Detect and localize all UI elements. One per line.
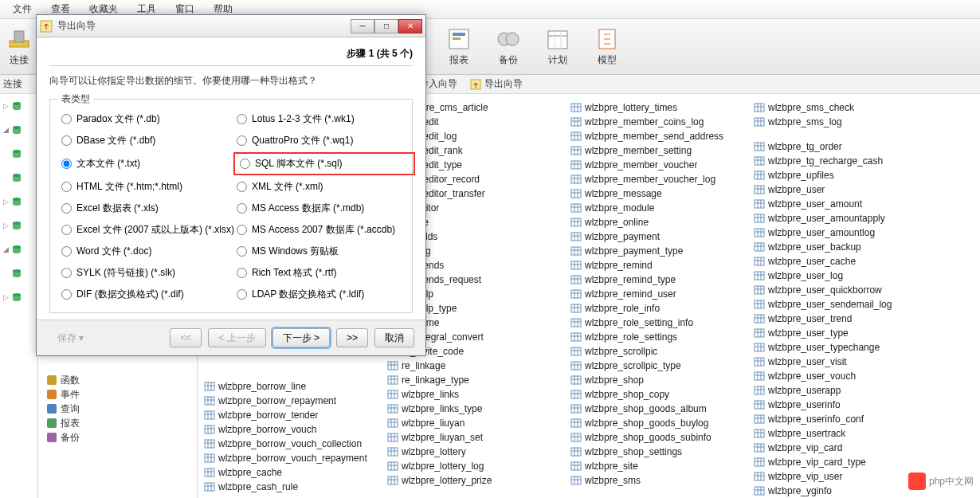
table-row[interactable]: wlzbpre_role_setting_info: [570, 316, 754, 330]
table-row[interactable]: re_linkage: [387, 359, 570, 373]
table-row[interactable]: wlzbpre_userinfo: [754, 398, 937, 412]
tree-item[interactable]: [0, 147, 37, 161]
format-radio[interactable]: HTML 文件 (*.htm;*.html): [61, 180, 237, 194]
table-row[interactable]: wlzbpre_member_voucher: [570, 158, 754, 172]
table-row[interactable]: wlzbpre_user_typechange: [754, 340, 937, 355]
toolbar-plan[interactable]: 计划: [545, 26, 570, 67]
table-row[interactable]: wlzbpre_user_log: [754, 269, 937, 283]
table-row[interactable]: wlzbpre_lottery_log: [387, 459, 570, 473]
table-row[interactable]: wlzbpre_module: [570, 201, 754, 215]
table-row[interactable]: wlzbpre_user_amountapply: [754, 211, 937, 225]
format-radio[interactable]: 文本文件 (*.txt): [61, 155, 237, 172]
format-radio[interactable]: MS Access 2007 数据库 (*.accdb): [237, 223, 412, 237]
table-row[interactable]: wlzbpre_user_vouch: [754, 369, 937, 383]
table-row[interactable]: wlzbpre_user_amount: [754, 197, 937, 211]
table-row[interactable]: wlzbpre_borrow_line: [204, 379, 387, 394]
table-row[interactable]: wlzbpre_remind_type: [570, 273, 754, 287]
table-row[interactable]: wlzbpre_scrollpic_type: [570, 359, 754, 373]
object-item[interactable]: 函数: [46, 373, 197, 387]
table-row[interactable]: re_linkage_type: [387, 373, 570, 387]
table-row[interactable]: wlzbpre_user_cache: [754, 254, 937, 269]
table-row[interactable]: wlzbpre_links_type: [387, 402, 570, 416]
table-row[interactable]: wlzbpre_borrow_vouch_collection: [204, 437, 387, 451]
export-wizard[interactable]: 导出向导: [484, 77, 523, 91]
table-row[interactable]: wlzbpre_userinfo_conf: [754, 412, 937, 426]
table-row[interactable]: wlzbpre_shop_goods_buylog: [570, 416, 754, 430]
tree-item[interactable]: ▷: [0, 194, 37, 209]
table-row[interactable]: wlzbpre_cash_rule: [204, 480, 387, 494]
table-row[interactable]: wlzbpre_payment_type: [570, 244, 754, 258]
format-radio[interactable]: Lotus 1-2-3 文件 (*.wk1): [237, 112, 412, 126]
table-row[interactable]: wlzbpre_sms: [570, 473, 754, 488]
table-row[interactable]: wlzbpre_remind: [570, 258, 754, 273]
table-row[interactable]: wlzbpre_role_info: [570, 301, 754, 316]
table-row[interactable]: wlzbpre_member_voucher_log: [570, 172, 754, 186]
table-row[interactable]: wlzbpre_userapp: [754, 383, 937, 398]
table-row[interactable]: wlzbpre_member_send_address: [570, 129, 754, 143]
object-item[interactable]: 备份: [46, 430, 197, 445]
format-radio[interactable]: Excel 数据表 (*.xls): [61, 202, 237, 215]
format-radio[interactable]: DBase 文件 (*.dbf): [61, 134, 237, 147]
table-row[interactable]: wlzbpre_cache: [204, 465, 387, 480]
cancel-button[interactable]: 取消: [374, 328, 414, 347]
tree-item[interactable]: ▷: [0, 99, 37, 113]
table-row[interactable]: wlzbpre_member_setting: [570, 143, 754, 158]
table-row[interactable]: wlzbpre_tg_recharge_cash: [754, 154, 937, 168]
table-row[interactable]: wlzbpre_lottery_times: [570, 100, 754, 115]
table-row[interactable]: wlzbpre_liuyan_set: [387, 430, 570, 445]
table-row[interactable]: wlzbpre_user: [754, 182, 937, 197]
table-row[interactable]: wlzbpre_user_quickborrow: [754, 283, 937, 297]
format-radio[interactable]: SQL 脚本文件 (*.sql): [237, 155, 412, 172]
toolbar-backup[interactable]: 备份: [496, 26, 521, 67]
table-row[interactable]: wlzbpre_shop_copy: [570, 387, 754, 402]
table-row[interactable]: wlzbpre_payment: [570, 229, 754, 244]
toolbar-connect[interactable]: 连接: [6, 26, 32, 67]
table-row[interactable]: wlzbpre_user_visit: [754, 355, 937, 369]
table-row[interactable]: wlzbpre_user_trend: [754, 312, 937, 326]
table-row[interactable]: wlzbpre_online: [570, 215, 754, 229]
last-button[interactable]: >>: [336, 328, 368, 347]
object-item[interactable]: 事件: [46, 387, 197, 402]
minimize-button[interactable]: ─: [351, 19, 374, 33]
tree-item[interactable]: [0, 266, 37, 280]
table-row[interactable]: wlzbpre_liuyan: [387, 416, 570, 430]
format-radio[interactable]: Excel 文件 (2007 或以上版本) (*.xlsx): [61, 223, 237, 237]
tree-item[interactable]: ▷: [0, 218, 37, 233]
table-row[interactable]: wlzbpre_remind_user: [570, 287, 754, 301]
table-row[interactable]: wlzbpre_site: [570, 459, 754, 473]
table-row[interactable]: wlzbpre_borrow_tender: [204, 408, 387, 422]
format-radio[interactable]: DIF (数据交换格式) (*.dif): [61, 288, 237, 301]
table-row[interactable]: wlzbpre_message: [570, 186, 754, 201]
table-row[interactable]: wlzbpre_user_amountlog: [754, 225, 937, 240]
table-row[interactable]: wlzbpre_lottery: [387, 445, 570, 459]
table-row[interactable]: wlzbpre_user_sendemail_log: [754, 297, 937, 312]
tree-item[interactable]: ◢: [0, 242, 37, 257]
tree-item[interactable]: ▷: [0, 290, 37, 304]
tree-item[interactable]: [0, 171, 37, 185]
table-row[interactable]: wlzbpre_shop_settings: [570, 445, 754, 459]
format-radio[interactable]: MS Windows 剪贴板: [237, 245, 412, 258]
table-row[interactable]: wlzbpre_shop_goods_subinfo: [570, 430, 754, 445]
format-radio[interactable]: QuattroPro 文件 (*.wq1): [237, 134, 412, 147]
format-radio[interactable]: LDAP 数据交换格式 (*.ldif): [237, 288, 412, 301]
table-row[interactable]: wlzbpre_links: [387, 387, 570, 402]
table-row[interactable]: wlzbpre_shop: [570, 373, 754, 387]
table-row[interactable]: wlzbpre_lottery_prize: [387, 473, 570, 488]
format-radio[interactable]: MS Access 数据库 (*.mdb): [237, 202, 412, 215]
table-row[interactable]: wlzbpre_sms_log: [754, 115, 937, 129]
table-row[interactable]: wlzbpre_borrow_repayment: [204, 394, 387, 408]
table-row[interactable]: wlzbpre_shop_goods_album: [570, 402, 754, 416]
maximize-button[interactable]: □: [374, 19, 398, 33]
table-row[interactable]: wlzbpre_upfiles: [754, 168, 937, 182]
toolbar-report[interactable]: 报表: [446, 26, 472, 67]
object-item[interactable]: 查询: [46, 402, 197, 416]
format-radio[interactable]: Word 文件 (*.doc): [61, 245, 237, 258]
table-row[interactable]: wlzbpre_vip_card_type: [754, 455, 937, 469]
table-row[interactable]: wlzbpre_role_settings: [570, 330, 754, 344]
close-button[interactable]: ✕: [398, 19, 422, 33]
toolbar-model[interactable]: 模型: [594, 26, 620, 67]
table-row[interactable]: wlzbpre_tg_order: [754, 139, 937, 154]
format-radio[interactable]: XML 文件 (*.xml): [237, 180, 412, 194]
table-row[interactable]: wlzbpre_usertrack: [754, 426, 937, 441]
format-radio[interactable]: Rich Text 格式 (*.rtf): [237, 266, 412, 280]
